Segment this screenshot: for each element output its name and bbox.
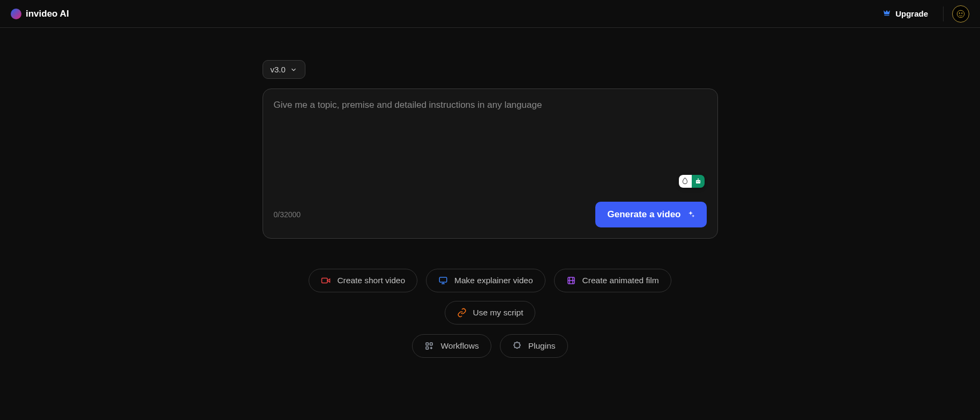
chip-create-short-video[interactable]: Create short video [309, 269, 417, 292]
prompt-footer: 0/32000 Generate a video [274, 202, 707, 227]
chip-label: Create short video [337, 276, 405, 285]
chevron-down-icon [290, 66, 297, 73]
chip-plugins[interactable]: Plugins [500, 334, 568, 358]
prompt-box: 0/32000 Generate a video [263, 89, 718, 239]
svg-point-4 [697, 181, 698, 182]
crown-icon [882, 9, 891, 19]
chip-make-explainer-video[interactable]: Make explainer video [426, 269, 545, 292]
svg-point-1 [959, 12, 960, 13]
generate-video-button[interactable]: Generate a video [595, 202, 706, 227]
svg-point-0 [957, 10, 964, 18]
main-content: v3.0 [0, 28, 980, 358]
puzzle-icon [512, 341, 522, 351]
header-divider [943, 6, 944, 21]
upgrade-label: Upgrade [895, 9, 928, 18]
mode-toggle-leaf-icon[interactable] [679, 175, 692, 188]
chip-label: Use my script [473, 308, 523, 318]
brand-logo-icon [11, 9, 21, 19]
chip-label: Plugins [528, 341, 556, 351]
chip-label: Workflows [440, 341, 478, 351]
generate-label: Generate a video [607, 209, 680, 220]
content-wrapper: v3.0 [263, 60, 718, 358]
film-icon [566, 276, 576, 285]
svg-point-2 [962, 12, 963, 13]
mode-toggle[interactable] [679, 175, 705, 188]
svg-rect-3 [695, 180, 700, 183]
svg-rect-17 [426, 343, 429, 345]
mode-toggle-robot-icon[interactable] [692, 175, 705, 188]
chip-label: Make explainer video [454, 276, 533, 285]
link-icon [457, 308, 467, 318]
user-avatar[interactable] [952, 5, 969, 23]
svg-point-5 [698, 181, 699, 182]
brand-name: invideo AI [26, 9, 69, 19]
header-actions: Upgrade [876, 5, 969, 23]
svg-rect-19 [426, 347, 429, 350]
video-icon [321, 276, 331, 285]
chip-label: Create animated film [582, 276, 659, 285]
chip-use-my-script[interactable]: Use my script [445, 301, 536, 325]
upgrade-button[interactable]: Upgrade [876, 5, 934, 22]
brand-area[interactable]: invideo AI [11, 9, 69, 19]
svg-rect-18 [430, 343, 433, 345]
suggestion-chips-row: Create short video Make explainer video [263, 269, 718, 325]
secondary-chips-row: Workflows Plugins [263, 334, 718, 358]
screen-icon [438, 276, 448, 285]
svg-rect-8 [322, 278, 328, 283]
sparkle-icon [686, 210, 695, 219]
version-selector[interactable]: v3.0 [263, 60, 305, 79]
app-header: invideo AI Upgrade [0, 0, 980, 28]
prompt-input[interactable] [274, 100, 707, 189]
chip-workflows[interactable]: Workflows [412, 334, 491, 358]
workflow-icon [424, 341, 434, 351]
svg-point-7 [698, 178, 699, 179]
version-label: v3.0 [271, 65, 286, 74]
svg-rect-10 [439, 277, 447, 282]
chip-create-animated-film[interactable]: Create animated film [554, 269, 671, 292]
char-count: 0/32000 [274, 210, 301, 219]
